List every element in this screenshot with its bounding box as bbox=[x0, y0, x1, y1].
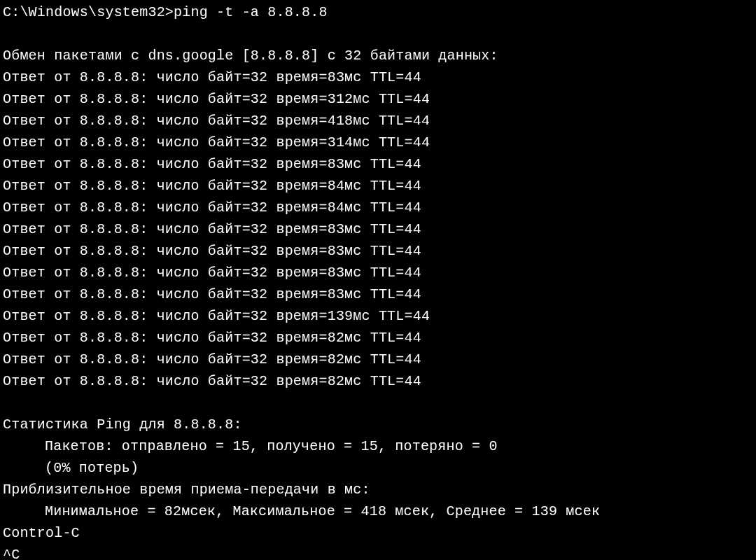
blank-line bbox=[3, 23, 753, 45]
ping-reply: Ответ от 8.8.8.8: число байт=32 время=84… bbox=[3, 197, 753, 218]
ping-reply: Ответ от 8.8.8.8: число байт=32 время=41… bbox=[3, 110, 753, 132]
ping-reply: Ответ от 8.8.8.8: число байт=32 время=83… bbox=[3, 240, 753, 262]
command-line: C:\Windows\system32>ping -t -a 8.8.8.8 bbox=[3, 1, 753, 23]
ping-reply: Ответ от 8.8.8.8: число байт=32 время=84… bbox=[3, 175, 753, 197]
terminal-output[interactable]: C:\Windows\system32>ping -t -a 8.8.8.8 О… bbox=[3, 1, 753, 560]
ping-reply: Ответ от 8.8.8.8: число байт=32 время=82… bbox=[3, 327, 753, 349]
ping-reply: Ответ от 8.8.8.8: число байт=32 время=83… bbox=[3, 66, 753, 88]
interrupt-line: Control-C bbox=[3, 522, 753, 544]
blank-line bbox=[3, 392, 753, 414]
stats-loss: (0% потерь) bbox=[3, 457, 753, 479]
command-text: ping -t -a 8.8.8.8 bbox=[174, 4, 328, 20]
interrupt-symbol: ^C bbox=[3, 544, 753, 560]
ping-reply: Ответ от 8.8.8.8: число байт=32 время=83… bbox=[3, 218, 753, 240]
ping-reply: Ответ от 8.8.8.8: число байт=32 время=83… bbox=[3, 153, 753, 175]
ping-reply: Ответ от 8.8.8.8: число байт=32 время=31… bbox=[3, 132, 753, 153]
prompt: C:\Windows\system32> bbox=[3, 4, 174, 20]
ping-reply: Ответ от 8.8.8.8: число байт=32 время=82… bbox=[3, 349, 753, 370]
rtt-values: Минимальное = 82мсек, Максимальное = 418… bbox=[3, 500, 753, 522]
ping-reply: Ответ от 8.8.8.8: число байт=32 время=13… bbox=[3, 305, 753, 327]
ping-reply: Ответ от 8.8.8.8: число байт=32 время=31… bbox=[3, 88, 753, 110]
ping-header: Обмен пакетами с dns.google [8.8.8.8] с … bbox=[3, 45, 753, 66]
rtt-title: Приблизительное время приема-передачи в … bbox=[3, 479, 753, 500]
stats-title: Статистика Ping для 8.8.8.8: bbox=[3, 414, 753, 435]
stats-packets: Пакетов: отправлено = 15, получено = 15,… bbox=[3, 435, 753, 457]
ping-reply: Ответ от 8.8.8.8: число байт=32 время=83… bbox=[3, 262, 753, 284]
ping-reply: Ответ от 8.8.8.8: число байт=32 время=83… bbox=[3, 284, 753, 305]
ping-reply: Ответ от 8.8.8.8: число байт=32 время=82… bbox=[3, 370, 753, 392]
